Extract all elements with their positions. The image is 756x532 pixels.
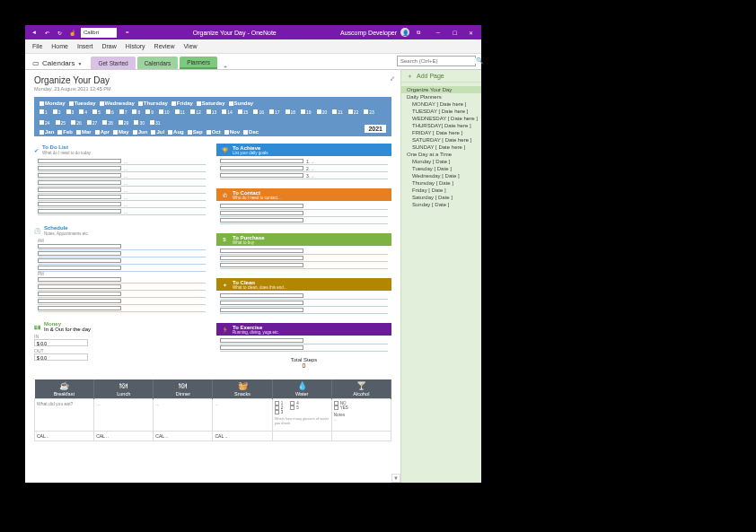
mon-oct[interactable]: Oct — [207, 129, 221, 135]
tab-calendars[interactable]: Calendars — [137, 57, 179, 69]
day-11[interactable]: 11 — [175, 109, 186, 115]
page-title[interactable]: Organize Your Day — [34, 75, 391, 85]
page-item[interactable]: WEDNESDAY [ Date here ] — [401, 115, 481, 122]
mon-sep[interactable]: Sep — [188, 129, 203, 135]
mon-jan[interactable]: Jan — [40, 129, 54, 135]
page-item[interactable]: FRIDAY [ Date here ] — [401, 129, 481, 136]
search-box[interactable]: 🔍 — [397, 56, 476, 66]
mon-jul[interactable]: Jul — [151, 129, 164, 135]
mon-mar[interactable]: Mar — [76, 129, 92, 135]
day-21[interactable]: 21 — [332, 109, 343, 115]
maximize-button[interactable]: ☐ — [451, 30, 458, 36]
todo-line[interactable]: ... — [38, 187, 206, 194]
mon-apr[interactable]: Apr — [95, 129, 110, 135]
todo-line[interactable]: ... — [38, 158, 206, 165]
page-item[interactable]: Saturday [ Date ] — [401, 194, 481, 201]
page-item[interactable]: TUESDAY [ Date here ] — [401, 108, 481, 115]
alcohol-cell[interactable]: NO YES Notes ... — [331, 399, 391, 432]
day-30[interactable]: 30 — [134, 120, 145, 126]
page-item[interactable]: MONDAY [ Date here ] — [401, 100, 481, 108]
day-thu[interactable]: Thursday — [138, 100, 168, 106]
day-tue[interactable]: Tuesday — [69, 100, 96, 106]
day-24[interactable]: 24 — [40, 120, 50, 126]
page-item[interactable]: Sunday [ Date ] — [401, 201, 481, 208]
day-19[interactable]: 19 — [301, 109, 312, 115]
mon-may[interactable]: May — [113, 129, 129, 135]
day-25[interactable]: 25 — [56, 120, 66, 126]
page-canvas[interactable]: ⤢ Organize Your Day Monday, 23 August 20… — [25, 70, 400, 474]
day-wed[interactable]: Wednesday — [100, 100, 135, 106]
page-item[interactable]: Tuesday [ Date ] — [401, 165, 481, 172]
page-item[interactable]: Organize Your Day — [401, 86, 481, 93]
day-29[interactable]: 29 — [119, 120, 129, 126]
day-8[interactable]: 8 — [132, 109, 140, 115]
notebook-dropdown[interactable]: ▭ Calendars ▼ — [29, 59, 89, 69]
day-mon[interactable]: Monday — [40, 100, 66, 106]
account-area[interactable]: Auscomp Developer 👤 — [340, 28, 409, 37]
day-15[interactable]: 15 — [238, 109, 249, 115]
day-2[interactable]: 2 — [53, 109, 61, 115]
day-fri[interactable]: Friday — [171, 100, 193, 106]
todo-line[interactable]: ... — [38, 165, 206, 172]
page-item[interactable]: SUNDAY [ Date here ] — [401, 144, 481, 151]
todo-line[interactable]: ... — [38, 194, 206, 201]
mon-feb[interactable]: Feb — [57, 129, 73, 135]
day-7[interactable]: 7 — [119, 109, 127, 115]
mon-jun[interactable]: Jun — [133, 129, 148, 135]
todo-line[interactable]: ... — [38, 172, 206, 179]
menu-file[interactable]: File — [32, 43, 42, 49]
menu-insert[interactable]: Insert — [77, 43, 93, 49]
todo-line[interactable]: ... — [38, 179, 206, 187]
scroll-down-button[interactable]: ▼ — [391, 474, 400, 483]
todo-line[interactable]: ... — [38, 201, 206, 208]
todo-line[interactable]: ... — [38, 208, 206, 215]
day-31[interactable]: 31 — [150, 120, 161, 126]
expand-icon[interactable]: ⤢ — [390, 75, 395, 83]
day-22[interactable]: 22 — [348, 109, 359, 115]
page-item[interactable]: Wednesday [ Date ] — [401, 172, 481, 179]
day-28[interactable]: 28 — [102, 120, 113, 126]
menu-home[interactable]: Home — [51, 43, 68, 49]
page-item[interactable]: One Day at a Time — [401, 151, 481, 158]
day-9[interactable]: 9 — [145, 109, 154, 115]
lunch-cell[interactable]: ... — [94, 399, 154, 432]
menu-review[interactable]: Review — [154, 43, 175, 49]
day-16[interactable]: 16 — [253, 109, 264, 115]
sync-icon[interactable]: ↻ — [56, 30, 63, 36]
minimize-button[interactable]: ─ — [435, 30, 442, 36]
day-6[interactable]: 6 — [106, 109, 114, 115]
add-section-button[interactable]: + — [219, 64, 232, 69]
mon-nov[interactable]: Nov — [224, 129, 240, 135]
tab-planners[interactable]: Planners — [180, 57, 217, 69]
breakfast-cell[interactable]: What did you eat? — [35, 399, 94, 432]
water-cell[interactable]: 1 4 2 5 3 Which how many glasses of wate… — [272, 399, 331, 432]
page-item[interactable]: Monday [ Date ] — [401, 158, 481, 165]
menu-view[interactable]: View — [184, 43, 198, 49]
day-23[interactable]: 23 — [364, 109, 374, 115]
money-in-value[interactable]: $ 0.0 — [34, 339, 88, 346]
page-item[interactable]: SATURDAY [ Date here ] — [401, 136, 481, 144]
mon-aug[interactable]: Aug — [168, 129, 184, 135]
menu-draw[interactable]: Draw — [101, 43, 116, 49]
touch-icon[interactable]: ☝ — [68, 30, 75, 36]
mon-dec[interactable]: Dec — [243, 129, 259, 135]
back-icon[interactable]: ◄ — [31, 30, 38, 35]
day-18[interactable]: 18 — [286, 109, 296, 115]
add-page-button[interactable]: ＋ Add Page — [401, 70, 481, 83]
ribbon-options-icon[interactable]: ⧉ — [415, 30, 422, 36]
page-item[interactable]: Daily Planners — [401, 93, 481, 100]
day-13[interactable]: 13 — [207, 109, 217, 115]
day-26[interactable]: 26 — [71, 120, 82, 126]
tab-get-started[interactable]: Get Started — [91, 57, 135, 69]
page-item[interactable]: THURSDAY[ Date here ] — [401, 122, 481, 129]
money-out-value[interactable]: $ 0.0 — [34, 353, 88, 361]
menu-history[interactable]: History — [126, 43, 145, 49]
close-button[interactable]: ✕ — [467, 30, 474, 36]
day-sat[interactable]: Saturday — [197, 100, 225, 106]
day-10[interactable]: 10 — [159, 109, 170, 115]
undo-icon[interactable]: ↶ — [43, 30, 50, 36]
day-3[interactable]: 3 — [66, 109, 75, 115]
day-4[interactable]: 4 — [79, 109, 87, 115]
day-1[interactable]: 1 — [40, 109, 48, 115]
day-17[interactable]: 17 — [269, 109, 280, 115]
